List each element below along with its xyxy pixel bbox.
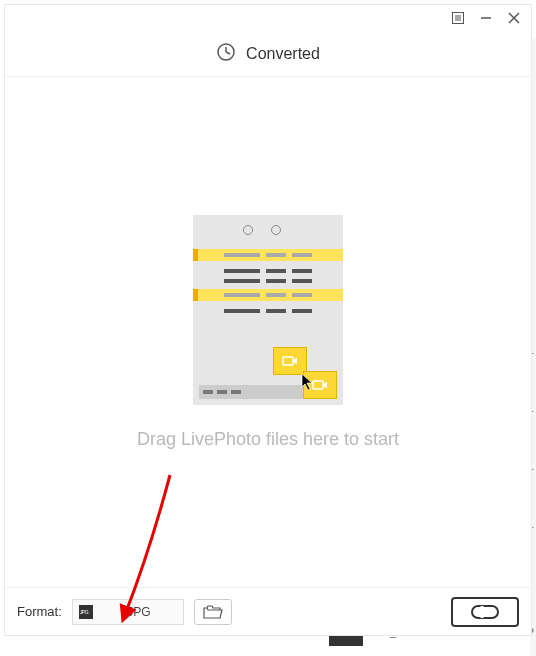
- illust-dot: [243, 225, 253, 235]
- output-folder-button[interactable]: [194, 599, 232, 625]
- close-icon[interactable]: [507, 11, 521, 25]
- livephoto-chip-icon: [273, 347, 307, 375]
- convert-icon: [471, 605, 499, 619]
- cursor-icon: [301, 373, 315, 391]
- svg-line-12: [226, 52, 230, 54]
- tab-bar: Converted: [5, 31, 531, 77]
- minimize-icon[interactable]: [479, 11, 493, 25]
- format-select[interactable]: JPG: [72, 599, 184, 625]
- clock-icon: [216, 42, 236, 66]
- tab-converted[interactable]: Converted: [246, 45, 320, 63]
- app-window: Converted Drag LivePhoto files here to s…: [4, 4, 532, 636]
- illustration: [193, 215, 343, 405]
- footer-bar: Format: JPG: [5, 587, 531, 635]
- drop-zone[interactable]: Drag LivePhoto files here to start: [5, 77, 531, 587]
- svg-rect-13: [283, 357, 293, 365]
- format-value: JPG: [101, 605, 177, 619]
- format-label: Format:: [17, 604, 62, 619]
- folder-open-icon: [203, 605, 223, 619]
- menu-icon[interactable]: [451, 11, 465, 25]
- drop-hint: Drag LivePhoto files here to start: [137, 429, 399, 450]
- jpg-icon: [79, 605, 93, 619]
- titlebar: [5, 5, 531, 31]
- illust-dot: [271, 225, 281, 235]
- svg-rect-15: [472, 606, 498, 618]
- convert-button[interactable]: [451, 597, 519, 627]
